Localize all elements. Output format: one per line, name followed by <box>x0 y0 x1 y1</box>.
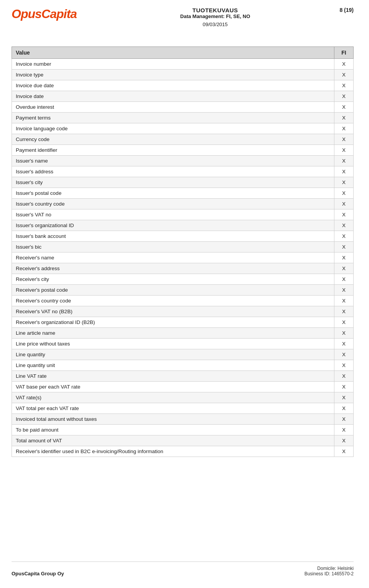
table-row: Overdue interestX <box>12 102 354 113</box>
row-fi-value: X <box>334 382 354 392</box>
table-row: VAT total per each VAT rateX <box>12 403 354 414</box>
row-label: Invoice number <box>12 59 334 70</box>
footer-right: Domicile: Helsinki Business ID: 1465570-… <box>304 566 354 576</box>
table-row: Receiver's nameX <box>12 252 354 263</box>
row-label: Line quantity unit <box>12 360 334 371</box>
row-label: Receiver's city <box>12 274 334 285</box>
table-row: Currency codeX <box>12 134 354 145</box>
main-content: Value FI Invoice numberXInvoice typeXInv… <box>0 31 369 472</box>
table-row: Issuer's addressX <box>12 166 354 177</box>
row-label: Overdue interest <box>12 102 334 113</box>
row-label: Line quantity <box>12 349 334 360</box>
row-fi-value: X <box>334 134 354 145</box>
logo-opus: Opus <box>12 7 42 21</box>
table-row: Invoice language codeX <box>12 123 354 134</box>
row-fi-value: X <box>334 199 354 209</box>
table-row: Total amount of VATX <box>12 435 354 446</box>
table-row: Issuer's bicX <box>12 242 354 252</box>
row-fi-value: X <box>334 435 354 446</box>
row-fi-value: X <box>334 328 354 339</box>
table-row: Line VAT rateX <box>12 371 354 382</box>
table-row: Invoice numberX <box>12 59 354 70</box>
row-fi-value: X <box>334 220 354 231</box>
table-row: Receiver's addressX <box>12 263 354 274</box>
document-date: 09/03/2015 <box>100 22 331 27</box>
row-fi-value: X <box>334 425 354 435</box>
row-label: Invoice type <box>12 70 334 80</box>
row-label: Receiver's address <box>12 263 334 274</box>
row-fi-value: X <box>334 80 354 91</box>
table-row: Invoiced total amount without taxesX <box>12 414 354 425</box>
row-label: Issuer's country code <box>12 199 334 209</box>
row-fi-value: X <box>334 306 354 317</box>
row-fi-value: X <box>334 252 354 263</box>
row-label: Issuer's organizational ID <box>12 220 334 231</box>
row-label: Receiver's VAT no (B2B) <box>12 306 334 317</box>
row-fi-value: X <box>334 263 354 274</box>
row-fi-value: X <box>334 446 354 457</box>
row-fi-value: X <box>334 274 354 285</box>
table-row: Invoice due dateX <box>12 80 354 91</box>
page-header: OpusCapita TUOTEKUVAUS Data Management: … <box>0 0 369 31</box>
row-label: To be paid amount <box>12 425 334 435</box>
row-label: Payment identifier <box>12 145 334 156</box>
row-label: Issuer's postal code <box>12 188 334 199</box>
table-row: Invoice dateX <box>12 91 354 102</box>
row-label: Line VAT rate <box>12 371 334 382</box>
table-row: Receiver's postal codeX <box>12 285 354 296</box>
row-fi-value: X <box>334 317 354 328</box>
row-fi-value: X <box>334 113 354 123</box>
row-label: Receiver's identifier used in B2C e-invo… <box>12 446 334 457</box>
col-fi-header: FI <box>334 47 354 59</box>
table-row: Issuer's VAT noX <box>12 209 354 220</box>
table-row: To be paid amountX <box>12 425 354 435</box>
row-fi-value: X <box>334 349 354 360</box>
table-row: Issuer's postal codeX <box>12 188 354 199</box>
row-fi-value: X <box>334 296 354 306</box>
table-row: Invoice typeX <box>12 70 354 80</box>
row-fi-value: X <box>334 403 354 414</box>
row-fi-value: X <box>334 392 354 403</box>
logo-capita: Capita <box>42 7 77 21</box>
row-fi-value: X <box>334 209 354 220</box>
row-label: VAT total per each VAT rate <box>12 403 334 414</box>
table-row: Issuer's organizational IDX <box>12 220 354 231</box>
document-title: TUOTEKUVAUS <box>100 7 331 13</box>
row-label: Invoice due date <box>12 80 334 91</box>
row-label: Receiver's postal code <box>12 285 334 296</box>
row-label: Receiver's name <box>12 252 334 263</box>
row-label: VAT rate(s) <box>12 392 334 403</box>
row-fi-value: X <box>334 123 354 134</box>
table-row: VAT rate(s)X <box>12 392 354 403</box>
row-label: Currency code <box>12 134 334 145</box>
row-fi-value: X <box>334 70 354 80</box>
table-header-row: Value FI <box>12 47 354 59</box>
document-subtitle: Data Management: FI, SE, NO <box>100 13 331 19</box>
row-label: Issuer's VAT no <box>12 209 334 220</box>
row-fi-value: X <box>334 414 354 425</box>
row-fi-value: X <box>334 242 354 252</box>
row-fi-value: X <box>334 59 354 70</box>
row-label: VAT base per each VAT rate <box>12 382 334 392</box>
row-label: Issuer's name <box>12 156 334 166</box>
table-row: Payment termsX <box>12 113 354 123</box>
table-row: Receiver's country codeX <box>12 296 354 306</box>
table-row: Receiver's organizational ID (B2B)X <box>12 317 354 328</box>
row-label: Invoice date <box>12 91 334 102</box>
row-label: Invoice language code <box>12 123 334 134</box>
row-label: Payment terms <box>12 113 334 123</box>
table-row: Receiver's VAT no (B2B)X <box>12 306 354 317</box>
row-label: Issuer's bic <box>12 242 334 252</box>
table-row: Payment identifierX <box>12 145 354 156</box>
table-row: Issuer's bank accountX <box>12 231 354 242</box>
row-fi-value: X <box>334 360 354 371</box>
page-number: 8 (19) <box>331 7 354 13</box>
table-row: Issuer's nameX <box>12 156 354 166</box>
table-row: Line quantity unitX <box>12 360 354 371</box>
row-fi-value: X <box>334 231 354 242</box>
row-fi-value: X <box>334 188 354 199</box>
row-fi-value: X <box>334 145 354 156</box>
row-fi-value: X <box>334 156 354 166</box>
page-footer: OpusCapita Group Oy Domicile: Helsinki B… <box>12 561 354 576</box>
table-row: Line article nameX <box>12 328 354 339</box>
